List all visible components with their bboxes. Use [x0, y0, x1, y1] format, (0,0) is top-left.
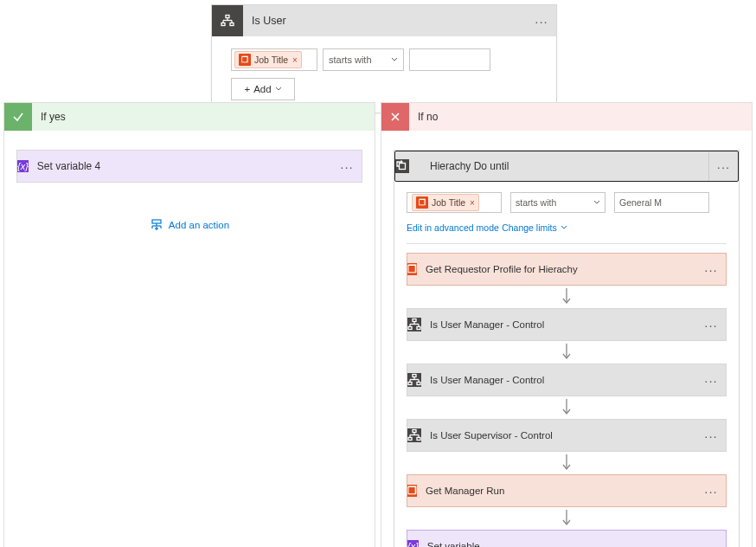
close-icon	[381, 103, 409, 131]
add-action-link[interactable]: Add an action	[16, 219, 362, 231]
svg-rect-0	[226, 16, 229, 18]
svg-rect-6	[230, 23, 234, 26]
top-card-header[interactable]: Is User ···	[212, 5, 556, 36]
du-operator-select[interactable]: starts with	[510, 192, 605, 213]
branch-no-header: If no	[381, 103, 752, 131]
top-card-title: Is User	[243, 15, 527, 27]
svg-rect-5	[221, 23, 225, 26]
add-action-label: Add an action	[169, 220, 229, 230]
step-title: Is User Supervisor - Control	[421, 430, 696, 441]
step-header[interactable]: ❐Get Requestor Profile for Hierachy···	[407, 254, 726, 285]
card-menu-button[interactable]: ···	[527, 14, 556, 29]
divider	[407, 243, 727, 244]
job-title-token[interactable]: ❐ Job Title ×	[234, 51, 302, 68]
set-variable-card: {x} Set variable 4 ···	[16, 150, 362, 183]
add-label: Add	[253, 84, 271, 94]
branch-no: If no Hierachy Do until ···	[381, 102, 753, 547]
arrow-down-icon	[561, 509, 573, 528]
add-condition-button[interactable]: + Add	[231, 78, 295, 100]
step-card: {x}Set variable···	[407, 530, 727, 547]
du-op-label: starts with	[516, 197, 556, 208]
do-until-card: Hierachy Do until ··· ❐ Job Title ×	[394, 150, 740, 547]
operator-label: starts with	[329, 55, 372, 65]
step-connector	[407, 286, 727, 308]
card-menu-button[interactable]: ···	[696, 539, 726, 548]
card-menu-button[interactable]: ···	[332, 159, 362, 174]
arrow-down-icon	[561, 398, 573, 417]
token-remove-icon[interactable]: ×	[470, 198, 475, 208]
condition-icon	[407, 373, 421, 387]
card-menu-button[interactable]: ···	[696, 428, 726, 443]
du-left-field[interactable]: ❐ Job Title ×	[407, 192, 502, 213]
branch-yes-label: If yes	[32, 111, 74, 123]
office-connector-icon: ❐	[407, 263, 417, 275]
condition-operator-select[interactable]: starts with	[323, 48, 404, 71]
step-connector	[407, 396, 727, 419]
step-header[interactable]: ❐Get Manager Run···	[407, 475, 726, 506]
do-until-title: Hierachy Do until	[409, 160, 708, 172]
chevron-down-icon	[391, 56, 398, 63]
check-icon	[4, 103, 32, 131]
card-menu-button[interactable]: ···	[696, 262, 726, 277]
plus-icon: +	[244, 84, 250, 94]
job-title-token[interactable]: ❐ Job Title ×	[412, 194, 479, 211]
office-icon: ❐	[239, 54, 251, 66]
step-connector	[407, 452, 727, 474]
office-icon: ❐	[416, 196, 428, 209]
step-header[interactable]: {x}Set variable···	[407, 531, 726, 547]
office-connector-icon: ❐	[407, 485, 417, 497]
condition-left-field[interactable]: ❐ Job Title ×	[231, 48, 317, 71]
branch-no-body: Hierachy Do until ··· ❐ Job Title ×	[381, 131, 752, 547]
step-connector	[407, 507, 727, 530]
do-until-body: ❐ Job Title × starts with General M	[394, 182, 739, 547]
top-condition-card: Is User ··· ❐ Job Title × starts with + …	[211, 4, 557, 113]
svg-rect-30	[417, 383, 420, 385]
set-variable-title: Set variable 4	[29, 160, 332, 172]
arrow-down-icon	[561, 343, 573, 362]
token-label: Job Title	[432, 197, 465, 208]
branch-no-label: If no	[409, 111, 446, 123]
condition-value-field[interactable]	[409, 48, 490, 71]
du-value-text: General M	[619, 197, 662, 208]
card-menu-button[interactable]: ···	[696, 484, 726, 499]
condition-icon	[407, 318, 421, 331]
branch-yes-header: If yes	[4, 103, 375, 131]
step-card: ❐Get Requestor Profile for Hierachy···	[407, 253, 727, 286]
svg-rect-32	[413, 430, 416, 433]
change-limits-link[interactable]: Change limits	[502, 222, 567, 233]
step-header[interactable]: Is User Manager - Control···	[407, 309, 726, 340]
chevron-down-icon	[593, 199, 600, 206]
token-remove-icon[interactable]: ×	[292, 55, 298, 65]
do-until-header[interactable]: Hierachy Do until ···	[394, 151, 739, 182]
svg-rect-29	[408, 383, 412, 385]
card-menu-button[interactable]: ···	[696, 318, 726, 332]
step-title: Get Manager Run	[417, 486, 696, 496]
card-menu-button[interactable]: ···	[696, 373, 726, 388]
step-card: Is User Supervisor - Control···	[407, 419, 727, 452]
step-header[interactable]: Is User Supervisor - Control···	[407, 420, 726, 451]
loop-icon	[395, 159, 409, 173]
svg-rect-37	[408, 438, 412, 441]
chevron-down-icon	[275, 86, 282, 93]
svg-rect-38	[417, 438, 420, 441]
svg-rect-22	[417, 327, 420, 330]
branch-yes-body: {x} Set variable 4 ··· Add an action	[4, 131, 375, 547]
condition-icon	[212, 5, 243, 36]
svg-rect-21	[408, 327, 412, 330]
step-title: Set variable	[419, 541, 696, 547]
edit-advanced-link[interactable]: Edit in advanced mode	[407, 222, 499, 233]
card-menu-button[interactable]: ···	[708, 151, 738, 181]
step-connector	[407, 341, 727, 364]
step-list: ❐Get Requestor Profile for Hierachy···Is…	[407, 253, 727, 547]
top-card-body: ❐ Job Title × starts with + Add	[212, 36, 556, 113]
step-card: ❐Get Manager Run···	[407, 474, 727, 507]
svg-rect-16	[413, 319, 416, 322]
condition-row: ❐ Job Title × starts with	[231, 48, 537, 71]
du-value-field[interactable]: General M	[614, 192, 709, 213]
step-header[interactable]: Is User Manager - Control···	[407, 364, 726, 396]
branch-yes: If yes {x} Set variable 4 ··· Add an a	[3, 102, 375, 547]
change-limits-label: Change limits	[502, 222, 557, 233]
set-variable-header[interactable]: {x} Set variable 4 ···	[17, 151, 362, 182]
svg-rect-7	[152, 220, 161, 223]
condition-icon	[407, 428, 421, 442]
